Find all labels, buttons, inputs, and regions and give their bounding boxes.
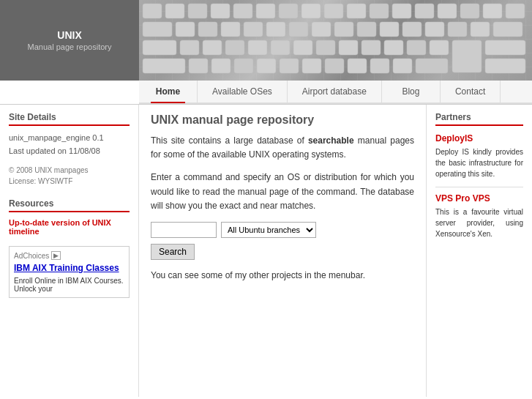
description-paragraph: Enter a command and specify an OS or dis… <box>151 171 414 213</box>
partner2-label: VPS Pro VPS <box>435 193 523 204</box>
svg-rect-17 <box>143 22 172 37</box>
keyboard-decoration <box>139 0 532 81</box>
os-select[interactable]: All Ubuntu branches <box>221 222 316 238</box>
nav-tab-blog[interactable]: Blog <box>382 81 441 102</box>
svg-rect-6 <box>279 4 298 18</box>
nav-bar: Home Available OSes Airport database Blo… <box>139 81 532 104</box>
svg-rect-15 <box>483 4 502 18</box>
svg-rect-40 <box>316 40 335 55</box>
nav-tab-contact[interactable]: Contact <box>441 81 501 102</box>
svg-rect-56 <box>348 59 367 73</box>
nav-tab-available-oses[interactable]: Available OSes <box>198 81 288 102</box>
svg-rect-0 <box>143 4 162 18</box>
svg-rect-38 <box>271 40 290 55</box>
svg-rect-49 <box>189 59 208 73</box>
resources-heading: Resources <box>9 198 130 212</box>
site-details-heading: Site Details <box>9 112 130 126</box>
svg-rect-19 <box>198 22 217 37</box>
svg-rect-57 <box>370 59 389 73</box>
svg-rect-16 <box>506 4 525 18</box>
nav-tab-home[interactable]: Home <box>139 81 198 102</box>
svg-rect-41 <box>339 40 358 55</box>
updated-date: Last updated on 11/08/08 <box>9 146 100 155</box>
svg-rect-47 <box>485 40 525 55</box>
header-image <box>139 0 532 81</box>
copyright-info: © 2008 UNIX manpages License: WYSIWTF <box>9 165 130 187</box>
main-layout: Site Details unix_manpage_engine 0.1 Las… <box>0 104 532 397</box>
svg-rect-46 <box>452 40 482 72</box>
nav-tab-airport[interactable]: Airport database <box>288 81 382 102</box>
page-title: UNIX manual page repository <box>151 113 414 127</box>
svg-rect-53 <box>280 59 299 73</box>
svg-rect-13 <box>438 4 457 18</box>
svg-rect-2 <box>188 4 207 18</box>
svg-rect-20 <box>221 22 240 37</box>
unix-timeline-link[interactable]: Up-to-date version of UNIX timeline <box>9 218 111 236</box>
svg-rect-5 <box>256 4 275 18</box>
menubar-note: You can see some of my other projects in… <box>151 270 414 280</box>
svg-rect-39 <box>293 40 312 55</box>
partners-panel: Partners DeployIS Deploy IS kindly provi… <box>426 105 532 397</box>
partner1-name: DeployIS <box>435 133 523 143</box>
svg-rect-21 <box>244 22 263 37</box>
svg-rect-4 <box>233 4 252 18</box>
svg-rect-33 <box>143 40 176 55</box>
svg-rect-3 <box>211 4 230 18</box>
partner2-prefix: VPS Pro <box>435 193 470 204</box>
main-content: UNIX manual page repository This site co… <box>139 105 426 397</box>
ad-choices-label: AdChoices ▶ <box>14 251 124 260</box>
svg-rect-29 <box>425 22 444 37</box>
svg-rect-48 <box>143 59 185 73</box>
svg-rect-1 <box>165 4 184 18</box>
site-title: UNIX <box>57 29 81 41</box>
svg-rect-60 <box>485 59 525 73</box>
ad-choices-icon: ▶ <box>51 251 61 260</box>
partner1-description: Deploy IS kindly provides the basic infr… <box>435 146 523 179</box>
svg-rect-18 <box>176 22 195 37</box>
svg-rect-12 <box>415 4 434 18</box>
bold-searchable: searchable <box>308 135 354 146</box>
svg-rect-22 <box>266 22 285 37</box>
svg-rect-36 <box>225 40 244 55</box>
search-input[interactable] <box>151 222 217 238</box>
svg-rect-11 <box>392 4 411 18</box>
svg-rect-51 <box>234 59 253 73</box>
ad-title[interactable]: IBM AIX Training Classes <box>14 263 124 275</box>
partner-divider <box>435 187 523 187</box>
svg-rect-25 <box>334 22 353 37</box>
svg-rect-32 <box>493 22 522 37</box>
svg-rect-26 <box>357 22 376 37</box>
site-subtitle: Manual page repository <box>28 42 112 51</box>
svg-rect-30 <box>448 22 467 37</box>
header: UNIX Manual page repository <box>0 0 532 81</box>
svg-rect-9 <box>347 4 366 18</box>
svg-rect-28 <box>402 22 422 37</box>
svg-rect-50 <box>211 59 231 73</box>
advertisement-box: AdChoices ▶ IBM AIX Training Classes Enr… <box>9 246 130 298</box>
svg-rect-59 <box>416 59 448 73</box>
svg-rect-10 <box>370 4 389 18</box>
partner2-name: VPS <box>473 193 490 204</box>
svg-rect-58 <box>393 59 412 73</box>
header-left: UNIX Manual page repository <box>0 0 139 81</box>
svg-rect-52 <box>257 59 276 73</box>
svg-rect-44 <box>407 40 426 55</box>
svg-rect-14 <box>460 4 479 18</box>
ad-body: Enroll Online in IBM AIX Courses. Unlock… <box>14 277 124 293</box>
search-button[interactable]: Search <box>151 244 195 260</box>
svg-rect-7 <box>301 4 321 18</box>
svg-rect-31 <box>471 22 490 37</box>
engine-name: unix_manpage_engine 0.1 <box>9 133 104 142</box>
partners-heading: Partners <box>435 112 523 126</box>
copyright-text: © 2008 UNIX manpages License: WYSIWTF <box>9 166 89 185</box>
partner2-description: This is a favourite virtual server provi… <box>435 206 523 239</box>
svg-rect-23 <box>289 22 308 37</box>
search-form: All Ubuntu branches <box>151 222 414 238</box>
svg-rect-54 <box>302 59 321 73</box>
svg-rect-55 <box>325 59 344 73</box>
ad-choices-text: AdChoices <box>14 252 49 260</box>
svg-rect-35 <box>203 40 222 55</box>
svg-rect-37 <box>248 40 267 55</box>
svg-rect-45 <box>430 40 449 55</box>
svg-rect-34 <box>180 40 199 55</box>
